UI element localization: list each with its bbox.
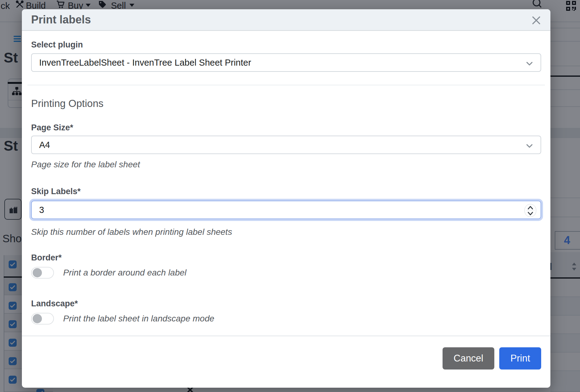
modal-body: Select plugin InvenTreeLabelSheet - Inve… — [22, 40, 550, 325]
cancel-button[interactable]: Cancel — [443, 347, 495, 370]
border-toggle[interactable] — [31, 267, 54, 279]
landscape-label: Landscape* — [31, 299, 541, 308]
border-help: Print a border around each label — [63, 268, 186, 278]
modal-title: Print labels — [31, 9, 91, 30]
modal-footer: Cancel Print — [22, 336, 550, 370]
divider — [27, 85, 545, 85]
plugin-select-value: InvenTreeLabelSheet - InvenTree Label Sh… — [39, 58, 251, 68]
screen: ck Build Buy Sell — [0, 0, 580, 392]
page-size-label: Page Size* — [31, 123, 541, 133]
landscape-help: Print the label sheet in landscape mode — [63, 314, 214, 324]
skip-labels-input[interactable]: 3 — [31, 201, 541, 219]
border-label: Border* — [31, 253, 541, 263]
printing-options-heading: Printing Options — [31, 98, 541, 109]
print-labels-modal: Print labels Select plugin InvenTreeLabe… — [22, 9, 550, 388]
landscape-toggle[interactable] — [31, 313, 54, 325]
chevron-down-icon — [525, 59, 534, 70]
plugin-select[interactable]: InvenTreeLabelSheet - InvenTree Label Sh… — [31, 53, 541, 72]
close-icon — [530, 23, 542, 27]
page-size-value: A4 — [39, 140, 50, 150]
skip-labels-value: 3 — [39, 205, 44, 215]
print-button[interactable]: Print — [499, 347, 541, 370]
chevron-down-icon — [525, 141, 534, 152]
modal-header: Print labels — [22, 9, 550, 31]
page-size-help: Page size for the label sheet — [31, 160, 541, 169]
close-button[interactable] — [530, 14, 542, 27]
page-size-select[interactable]: A4 — [31, 136, 541, 154]
skip-labels-help: Skip this number of labels when printing… — [31, 227, 541, 237]
plugin-field-label: Select plugin — [31, 40, 541, 50]
number-stepper[interactable] — [525, 204, 536, 217]
skip-labels-label: Skip Labels* — [31, 187, 541, 196]
